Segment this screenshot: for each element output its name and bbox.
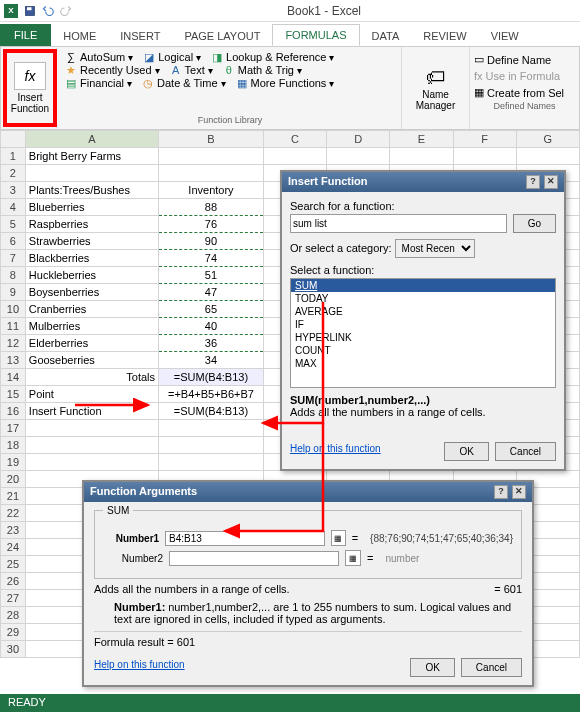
cell[interactable]: Inventory <box>159 182 264 199</box>
cell[interactable]: Mulberries <box>25 318 158 335</box>
redo-icon[interactable] <box>60 5 72 17</box>
cell[interactable]: Strawberries <box>25 233 158 250</box>
list-item[interactable]: HYPERLINK <box>291 331 555 344</box>
cell[interactable]: 88 <box>159 199 264 216</box>
row-header[interactable]: 15 <box>1 386 26 403</box>
row-header[interactable]: 8 <box>1 267 26 284</box>
datetime-button[interactable]: ◷Date & Time ▾ <box>142 77 226 89</box>
cell[interactable]: Raspberries <box>25 216 158 233</box>
cancel-button[interactable]: Cancel <box>495 442 556 461</box>
help-icon[interactable]: ? <box>526 175 540 189</box>
row-header[interactable]: 4 <box>1 199 26 216</box>
row-header[interactable]: 13 <box>1 352 26 369</box>
close-icon[interactable]: ✕ <box>544 175 558 189</box>
cell[interactable]: Blueberries <box>25 199 158 216</box>
tab-page-layout[interactable]: PAGE LAYOUT <box>172 26 272 46</box>
row-header[interactable]: 18 <box>1 437 26 454</box>
cell[interactable]: 51 <box>159 267 264 284</box>
row-header[interactable]: 21 <box>1 488 26 505</box>
row-header[interactable]: 22 <box>1 505 26 522</box>
row-header[interactable]: 25 <box>1 556 26 573</box>
lookup-button[interactable]: ◨Lookup & Reference ▾ <box>211 51 334 63</box>
tab-formulas[interactable]: FORMULAS <box>272 24 359 46</box>
col-header-g[interactable]: G <box>516 131 579 148</box>
logical-button[interactable]: ◪Logical ▾ <box>143 51 201 63</box>
number1-input[interactable] <box>165 531 324 546</box>
row-header[interactable]: 26 <box>1 573 26 590</box>
col-header-c[interactable]: C <box>263 131 326 148</box>
cell[interactable]: Plants:Trees/Bushes <box>25 182 158 199</box>
cell[interactable]: 76 <box>159 216 264 233</box>
tab-data[interactable]: DATA <box>360 26 412 46</box>
col-header-a[interactable]: A <box>25 131 158 148</box>
cell[interactable]: Huckleberries <box>25 267 158 284</box>
cell[interactable]: 74 <box>159 250 264 267</box>
list-item[interactable]: TODAY <box>291 292 555 305</box>
tab-review[interactable]: REVIEW <box>411 26 478 46</box>
row-header[interactable]: 10 <box>1 301 26 318</box>
row-header[interactable]: 14 <box>1 369 26 386</box>
row-header[interactable]: 12 <box>1 335 26 352</box>
cell[interactable]: Bright Berry Farms <box>25 148 158 165</box>
cell[interactable]: Totals <box>25 369 158 386</box>
cell[interactable]: 65 <box>159 301 264 318</box>
tab-insert[interactable]: INSERT <box>108 26 172 46</box>
row-header[interactable]: 7 <box>1 250 26 267</box>
col-header-b[interactable]: B <box>159 131 264 148</box>
recent-button[interactable]: ★Recently Used ▾ <box>65 64 160 76</box>
col-header-d[interactable]: D <box>327 131 390 148</box>
insert-function-button[interactable]: fx Insert Function <box>3 49 57 127</box>
cell[interactable]: 40 <box>159 318 264 335</box>
ok-button[interactable]: OK <box>444 442 488 461</box>
help-link[interactable]: Help on this function <box>94 659 185 670</box>
row-header[interactable]: 2 <box>1 165 26 182</box>
row-header[interactable]: 20 <box>1 471 26 488</box>
text-button[interactable]: AText ▾ <box>170 64 213 76</box>
category-select[interactable]: Most Recen <box>395 239 475 258</box>
ok-button[interactable]: OK <box>410 658 454 677</box>
cell[interactable]: Insert Function <box>25 403 158 420</box>
help-link[interactable]: Help on this function <box>290 443 381 454</box>
row-header[interactable]: 3 <box>1 182 26 199</box>
dialog-titlebar[interactable]: Function Arguments ?✕ <box>84 482 532 502</box>
cell[interactable]: Elderberries <box>25 335 158 352</box>
col-header-f[interactable]: F <box>453 131 516 148</box>
row-header[interactable]: 24 <box>1 539 26 556</box>
cell[interactable]: 36 <box>159 335 264 352</box>
row-header[interactable]: 29 <box>1 624 26 641</box>
close-icon[interactable]: ✕ <box>512 485 526 499</box>
cell[interactable]: =SUM(B4:B13) <box>159 403 264 420</box>
define-name-button[interactable]: ▭Define Name <box>474 51 575 68</box>
cell[interactable]: =SUM(B4:B13) <box>159 369 264 386</box>
row-header[interactable]: 17 <box>1 420 26 437</box>
cell[interactable]: 34 <box>159 352 264 369</box>
list-item[interactable]: COUNT <box>291 344 555 357</box>
tab-view[interactable]: VIEW <box>479 26 531 46</box>
tab-file[interactable]: FILE <box>0 24 51 46</box>
row-header[interactable]: 5 <box>1 216 26 233</box>
math-button[interactable]: θMath & Trig ▾ <box>223 64 302 76</box>
row-header[interactable]: 11 <box>1 318 26 335</box>
cancel-button[interactable]: Cancel <box>461 658 522 677</box>
go-button[interactable]: Go <box>513 214 556 233</box>
cell[interactable]: Point <box>25 386 158 403</box>
cell[interactable]: 47 <box>159 284 264 301</box>
list-item[interactable]: AVERAGE <box>291 305 555 318</box>
row-header[interactable]: 23 <box>1 522 26 539</box>
dialog-titlebar[interactable]: Insert Function ?✕ <box>282 172 564 192</box>
cell[interactable]: 90 <box>159 233 264 250</box>
row-header[interactable]: 28 <box>1 607 26 624</box>
cell[interactable]: Boysenberries <box>25 284 158 301</box>
row-header[interactable]: 16 <box>1 403 26 420</box>
row-header[interactable]: 6 <box>1 233 26 250</box>
use-in-formula-button[interactable]: fxUse in Formula <box>474 68 575 84</box>
financial-button[interactable]: ▤Financial ▾ <box>65 77 132 89</box>
collapse-icon[interactable]: ▦ <box>345 550 361 566</box>
number2-input[interactable] <box>169 551 339 566</box>
help-icon[interactable]: ? <box>494 485 508 499</box>
row-header[interactable]: 27 <box>1 590 26 607</box>
list-item[interactable]: IF <box>291 318 555 331</box>
row-header[interactable]: 1 <box>1 148 26 165</box>
col-header-e[interactable]: E <box>390 131 453 148</box>
name-manager-button[interactable]: 🏷 Name Manager <box>401 47 469 129</box>
